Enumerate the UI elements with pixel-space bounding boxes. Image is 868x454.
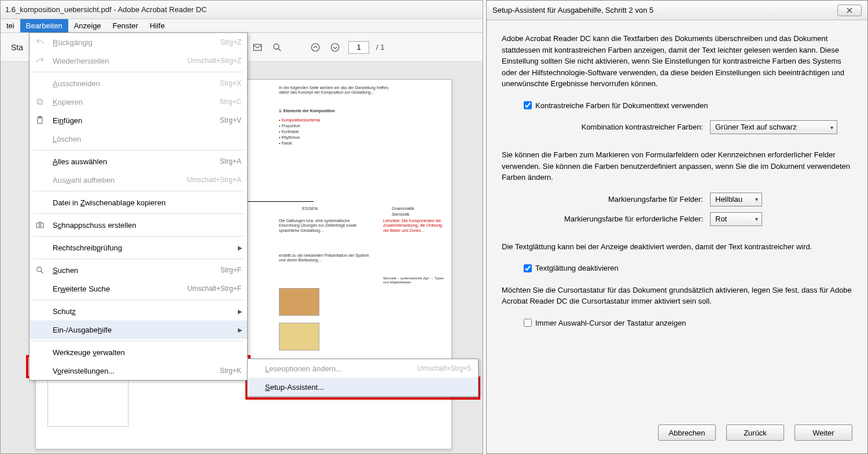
accessibility-submenu: Leseoptionen ändern... Umschalt+Strg+5 S…: [247, 359, 479, 397]
menu-search[interactable]: Suchen Strg+F: [30, 261, 247, 279]
dialog-title: Setup-Assistent für Ausgabehilfe, Schrit…: [492, 6, 653, 14]
menu-copy-shortcut: Strg+C: [219, 98, 241, 106]
combo-required-color[interactable]: Rot: [710, 212, 762, 226]
checkbox-row-smoothing: Textglättung deaktivieren: [524, 261, 852, 275]
menu-file[interactable]: tei: [1, 19, 20, 32]
menu-deselect-label: Auswahl aufheben: [53, 176, 115, 184]
checkbox-always-cursor-label: Immer Auswahl-Cursor der Tastatur anzeig…: [535, 318, 686, 329]
combo-contrast-label: Kombination kontrastreicher Farben:: [513, 121, 710, 133]
menu-redo: Wiederherstellen Umschalt+Strg+Z: [30, 51, 247, 70]
checkbox-always-cursor[interactable]: [524, 319, 532, 327]
dialog-body: Adobe Acrobat Reader DC kann die Textfar…: [487, 20, 867, 330]
menu-manage-tools[interactable]: Werkzeuge verwalten: [30, 343, 247, 361]
combo-field-highlight-value: Hellblau: [715, 194, 742, 205]
setup-assistant-dialog: Setup-Assistent für Ausgabehilfe, Schrit…: [486, 0, 868, 454]
menu-undo-shortcut: Strg+Z: [220, 38, 241, 46]
menu-cut-label: Ausschneiden: [53, 79, 100, 88]
menu-window[interactable]: Fenster: [107, 19, 144, 32]
menu-delete: Löschen: [30, 130, 247, 148]
checkbox-contrast-colors[interactable]: [524, 101, 532, 109]
menu-deselect: Auswahl aufheben Umschalt+Strg+A: [30, 171, 247, 189]
menu-snapshot[interactable]: Schnappschuss erstellen: [30, 216, 247, 234]
menu-select-all[interactable]: Alles auswählen Strg+A: [30, 152, 247, 171]
menu-copy-clipboard[interactable]: Datei in Zwischenablage kopieren: [30, 193, 247, 212]
edit-menu-dropdown: Rückgängig Strg+Z Wiederherstellen Umsch…: [29, 32, 248, 381]
camera-icon: [34, 219, 46, 231]
window-titlebar: 1.6_komposition_uebersicht.pdf - Adobe A…: [1, 1, 483, 19]
menu-select-all-shortcut: Strg+A: [220, 157, 241, 165]
menu-cut-shortcut: Strg+X: [220, 79, 241, 87]
menu-preferences-label: Voreinstellungen...: [53, 367, 115, 375]
svg-rect-5: [38, 100, 42, 104]
svg-rect-6: [37, 99, 41, 103]
menu-deselect-shortcut: Umschalt+Strg+A: [187, 176, 241, 184]
window-title: 1.6_komposition_uebersicht.pdf - Adobe A…: [5, 5, 207, 14]
menu-search-shortcut: Strg+F: [220, 266, 241, 274]
page-up-icon[interactable]: [309, 41, 322, 54]
cancel-button[interactable]: Abbrechen: [658, 425, 716, 441]
svg-point-10: [39, 224, 41, 227]
svg-line-2: [278, 49, 281, 51]
submenu-setup-assistant-label: Setup-Assistent...: [265, 383, 324, 392]
menu-copy: Kopieren Strg+C: [30, 93, 247, 111]
redo-icon: [34, 55, 46, 67]
checkbox-contrast-colors-label: Kontrastreiche Farben für Dokumenttext v…: [535, 100, 708, 112]
svg-rect-9: [36, 223, 43, 228]
combo-contrast-colors[interactable]: Grüner Text auf schwarz: [710, 120, 837, 134]
menu-accessibility[interactable]: Ein-/Ausgabehilfe ▶: [30, 320, 247, 339]
menubar: tei Bearbeiten Anzeige Fenster Hilfe: [1, 19, 483, 33]
chevron-right-icon: ▶: [238, 245, 242, 251]
menu-manage-tools-label: Werkzeuge verwalten: [53, 348, 125, 357]
field-required-label: Markierungsfarbe für erforderliche Felde…: [536, 213, 710, 225]
intro-paragraph: Adobe Acrobat Reader DC kann die Textfar…: [502, 33, 852, 90]
menu-preferences[interactable]: Voreinstellungen... Strg+K: [30, 361, 247, 380]
search-icon[interactable]: [271, 41, 284, 54]
checkbox-disable-smoothing[interactable]: [524, 264, 532, 272]
menu-paste-shortcut: Strg+V: [220, 116, 241, 124]
menu-advanced-search-shortcut: Umschalt+Strg+F: [187, 285, 241, 293]
submenu-reading-options-shortcut: Umschalt+Strg+5: [417, 364, 471, 372]
menu-edit[interactable]: Bearbeiten: [20, 19, 68, 32]
para-cursor: Möchten Sie die Cursortastatur für das D…: [502, 285, 852, 307]
menu-undo-label: Rückgängig: [53, 38, 93, 47]
menu-redo-label: Wiederherstellen: [53, 57, 109, 65]
page-down-icon[interactable]: [329, 41, 341, 54]
menu-select-all-label: Alles auswählen: [53, 157, 107, 166]
checkbox-disable-smoothing-label: Textglättung deaktivieren: [535, 263, 619, 274]
menu-search-label: Suchen: [53, 266, 78, 275]
page-count: / 1: [376, 43, 384, 51]
menu-spellcheck[interactable]: Rechtschreibprüfung ▶: [30, 238, 247, 257]
menu-delete-label: Löschen: [53, 135, 81, 143]
para-text-smoothing: Die Textglättung kann bei der Anzeige de…: [502, 241, 852, 253]
submenu-reading-options: Leseoptionen ändern... Umschalt+Strg+5: [248, 359, 478, 378]
menu-help[interactable]: Hilfe: [144, 19, 171, 32]
close-icon: [846, 7, 853, 14]
svg-line-12: [41, 271, 43, 273]
close-button[interactable]: [837, 5, 862, 16]
menu-undo: Rückgängig Strg+Z: [30, 33, 247, 51]
menu-cut: Ausschneiden Strg+X: [30, 74, 247, 93]
menu-view[interactable]: Anzeige: [68, 19, 107, 32]
mail-icon[interactable]: [251, 41, 264, 54]
back-button[interactable]: Zurück: [726, 425, 784, 441]
svg-rect-0: [253, 44, 262, 50]
submenu-reading-options-label: Leseoptionen ändern...: [265, 364, 342, 373]
combo-field-highlight-color[interactable]: Hellblau: [710, 193, 762, 206]
menu-snapshot-label: Schnappschuss erstellen: [53, 221, 137, 230]
submenu-setup-assistant[interactable]: Setup-Assistent...: [248, 378, 478, 396]
next-button[interactable]: Weiter: [795, 425, 852, 441]
undo-icon: [34, 36, 46, 48]
menu-protect[interactable]: Schutz ▶: [30, 302, 247, 320]
menu-advanced-search-label: Erweiterte Suche: [53, 285, 110, 293]
para-form-colors: Sie können die Farben zum Markieren von …: [502, 149, 852, 183]
page-number-input[interactable]: [348, 41, 369, 54]
svg-point-11: [37, 267, 42, 272]
paste-icon: [34, 115, 46, 126]
menu-paste[interactable]: Einfügen Strg+V: [30, 111, 247, 130]
svg-point-4: [331, 43, 339, 51]
chevron-right-icon: ▶: [238, 308, 242, 315]
field-highlight-label: Markierungsfarbe für Felder:: [536, 194, 710, 205]
tab-start[interactable]: Sta: [5, 39, 29, 56]
svg-point-3: [311, 43, 319, 51]
menu-advanced-search[interactable]: Erweiterte Suche Umschalt+Strg+F: [30, 279, 247, 298]
